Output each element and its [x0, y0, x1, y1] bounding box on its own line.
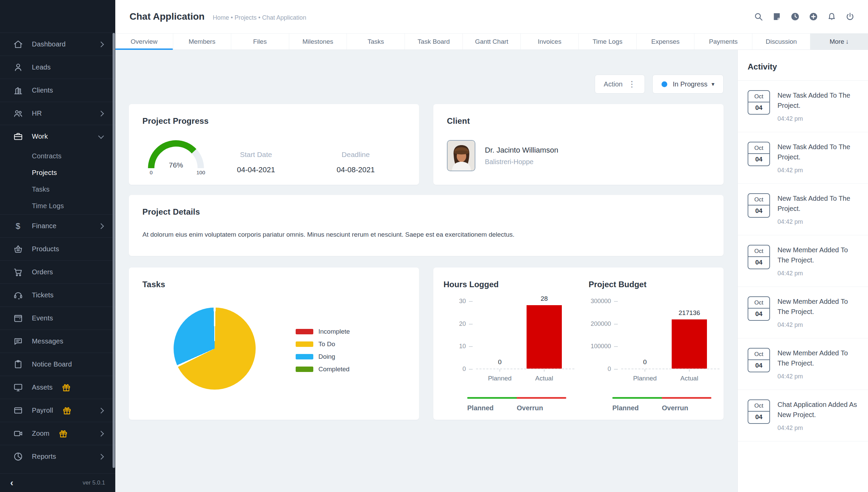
sidebar-item-label: Finance — [32, 222, 57, 230]
tab-gantt-chart[interactable]: Gantt Chart — [462, 34, 520, 50]
project-details-text: At dolorum eius enim voluptatem corporis… — [142, 231, 710, 238]
activity-text: New Task Added To The Project. — [777, 142, 860, 162]
y-tick-mark — [614, 301, 618, 302]
tab-label: Time Logs — [593, 38, 623, 45]
action-button-label: Action — [604, 80, 623, 88]
legend-swatch — [296, 341, 313, 347]
activity-item: Oct04New Task Added To The Project.04:42… — [738, 81, 868, 132]
tab-discussion[interactable]: Discussion — [752, 34, 810, 50]
sidebar-scrollbar[interactable] — [113, 33, 115, 468]
logout-icon[interactable] — [841, 7, 859, 26]
sidebar-logo-area — [0, 0, 115, 33]
chat-icon — [12, 336, 24, 347]
tab-files[interactable]: Files — [231, 34, 289, 50]
legend-label-planned: Planned — [467, 404, 517, 412]
action-button[interactable]: Action ⋮ — [595, 75, 645, 94]
activity-date-badge: Oct04 — [748, 142, 770, 166]
sidebar-item-clients[interactable]: Clients — [0, 79, 115, 102]
sidebar-item-leads[interactable]: Leads — [0, 56, 115, 79]
activity-content: New Task Added To The Project.04:42 pm — [777, 90, 860, 122]
sidebar-item-work[interactable]: Work — [0, 125, 115, 148]
tab-invoices[interactable]: Invoices — [520, 34, 578, 50]
sidebar-item-hr[interactable]: HR — [0, 102, 115, 125]
status-dot-icon — [662, 81, 667, 87]
sidebar-item-tickets[interactable]: Tickets — [0, 283, 115, 307]
activity-item: Oct04New Task Added To The Project.04:42… — [738, 184, 868, 235]
legend-label: Doing — [318, 353, 335, 360]
activity-content: Chat Application Added As New Project.04… — [777, 399, 860, 432]
chart-x-axis: PlannedActual — [476, 375, 574, 383]
chevron-right-icon — [98, 408, 104, 413]
tab-expenses[interactable]: Expenses — [636, 34, 694, 50]
user-icon — [12, 62, 24, 73]
activity-month: Oct — [748, 245, 769, 257]
tab-label: Files — [253, 38, 267, 45]
sidebar-item-products[interactable]: Products — [0, 237, 115, 260]
activity-month: Oct — [748, 297, 769, 309]
activity-time: 04:42 pm — [777, 218, 860, 225]
x-category-label: Actual — [527, 375, 562, 382]
x-category-label: Planned — [482, 375, 517, 382]
gift-icon — [61, 382, 71, 392]
bar-actual — [527, 305, 562, 369]
tab-time-logs[interactable]: Time Logs — [578, 34, 636, 50]
status-dropdown[interactable]: In Progress ▾ — [652, 75, 724, 94]
sidebar-item-label: Work — [32, 133, 48, 140]
activity-content: New Task Added To The Project.04:42 pm — [777, 142, 860, 174]
sidebar-item-orders[interactable]: Orders — [0, 260, 115, 283]
sidebar-item-tasks[interactable]: Tasks — [0, 181, 115, 198]
tab-tasks[interactable]: Tasks — [347, 34, 405, 50]
client-card-title: Client — [447, 116, 710, 126]
sidebar-item-zoom[interactable]: Zoom — [0, 422, 115, 445]
tab-overview[interactable]: Overview — [115, 34, 173, 50]
activity-text: New Task Added To The Project. — [777, 193, 860, 214]
sidebar-item-finance[interactable]: $Finance — [0, 214, 115, 237]
sidebar-item-dashboard[interactable]: Dashboard — [0, 33, 115, 56]
sidebar-item-time-logs[interactable]: Time Logs — [0, 198, 115, 214]
notifications-icon[interactable] — [823, 7, 841, 26]
activity-list: Oct04New Task Added To The Project.04:42… — [738, 81, 868, 441]
add-icon[interactable] — [804, 7, 823, 26]
notes-icon[interactable] — [768, 7, 786, 26]
tab-milestones[interactable]: Milestones — [289, 34, 347, 50]
sidebar-item-label: Tasks — [32, 185, 50, 193]
tab-label: Expenses — [651, 38, 679, 45]
start-date-label: Start Date — [206, 151, 306, 159]
main-content: Action ⋮ In Progress ▾ Project Progress — [115, 50, 737, 492]
tab-payments[interactable]: Payments — [694, 34, 752, 50]
sidebar-item-contracts[interactable]: Contracts — [0, 148, 115, 164]
sidebar-item-reports[interactable]: Reports — [0, 445, 115, 468]
app-version: ver 5.0.1 — [83, 479, 105, 486]
chart-y-axis: 0102030 — [443, 301, 473, 369]
sidebar-collapse-icon[interactable]: ‹ — [10, 478, 13, 488]
sidebar-item-assets[interactable]: Assets — [0, 376, 115, 399]
tab-label: Discussion — [766, 38, 797, 45]
project-progress-title: Project Progress — [142, 116, 406, 126]
sidebar-item-messages[interactable]: Messages — [0, 330, 115, 353]
tab-more[interactable]: More↓ — [810, 34, 868, 50]
y-tick-mark — [469, 369, 473, 370]
tab-task-board[interactable]: Task Board — [405, 34, 462, 50]
sidebar-item-notice-board[interactable]: Notice Board — [0, 353, 115, 376]
sidebar-item-label: Projects — [32, 169, 57, 177]
y-tick-mark — [469, 301, 473, 302]
activity-time: 04:42 pm — [777, 167, 860, 174]
legend-label: Incomplete — [318, 328, 350, 335]
activity-date-badge: Oct04 — [748, 193, 770, 218]
sidebar-item-label: Tickets — [32, 291, 54, 299]
project-details-card: Project Details At dolorum eius enim vol… — [129, 195, 724, 256]
legend-label: To Do — [318, 340, 335, 348]
tab-label: Overview — [131, 38, 157, 45]
activity-text: New Task Added To The Project. — [777, 90, 860, 111]
y-tick-label: 200000 — [591, 320, 611, 328]
sidebar-item-events[interactable]: Events — [0, 307, 115, 330]
search-icon[interactable] — [749, 7, 768, 26]
video-icon — [12, 428, 24, 439]
tab-members[interactable]: Members — [173, 34, 231, 50]
clock-icon[interactable] — [786, 7, 804, 26]
sidebar-item-projects[interactable]: Projects — [0, 164, 115, 181]
gauge-percent: 76% — [169, 161, 183, 169]
chevron-right-icon — [98, 431, 104, 436]
tab-label: Milestones — [302, 38, 333, 45]
sidebar-item-payroll[interactable]: Payroll — [0, 399, 115, 422]
